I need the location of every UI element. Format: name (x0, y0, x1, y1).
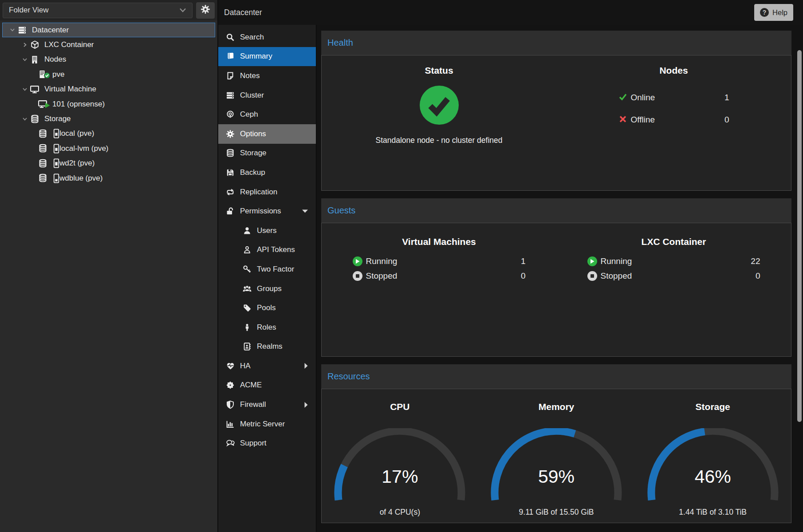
memory-heading: Memory (478, 402, 635, 412)
page-title: Datacenter (224, 8, 262, 17)
resource-tree: Datacenter LXC Container (0, 20, 217, 185)
nodes-offline-row: Offline 0 (618, 114, 729, 126)
menu-item-notes[interactable]: Notes (218, 66, 316, 86)
monitor-play-icon (37, 99, 48, 109)
status-message: Standalone node - no cluster defined (322, 136, 556, 145)
status-online-badge (44, 72, 50, 81)
tree-item-label: Datacenter (32, 26, 69, 35)
tree-settings-button[interactable] (196, 2, 215, 19)
menu-item-ha[interactable]: HA (218, 356, 316, 376)
tree-item-vm-101[interactable]: 101 (opnsense) (2, 97, 215, 111)
tree-item-storage[interactable]: Storage (2, 111, 215, 126)
menu-item-two-factor[interactable]: Two Factor (218, 260, 316, 279)
menu-item-ceph[interactable]: Ceph (218, 105, 316, 124)
menu-item-metric-server[interactable]: Metric Server (218, 414, 316, 434)
tree-item-label: LXC Container (44, 40, 94, 49)
chevron-down-icon[interactable] (20, 57, 29, 62)
help-button[interactable]: ? Help (754, 4, 793, 21)
menu-item-roles[interactable]: Roles (218, 318, 316, 337)
running-icon (587, 256, 597, 266)
menu-item-firewall[interactable]: Firewall (218, 395, 316, 414)
view-mode-select[interactable]: Folder View (3, 3, 193, 18)
menu-item-groups[interactable]: Groups (218, 279, 316, 299)
usage-bar-icon (53, 144, 59, 154)
sync-arrows-icon (225, 188, 235, 197)
guests-panel-title: Guests (321, 198, 791, 223)
summary-content: Health Status Standalone node - no clust… (316, 25, 803, 532)
note-icon (225, 71, 235, 80)
resources-panel-title: Resources (321, 364, 791, 389)
memory-gauge-column: Memory 59% 9.11 GiB of 15.50 GiB (478, 389, 635, 523)
floppy-icon (225, 168, 235, 177)
menu-item-support[interactable]: Support (218, 433, 316, 453)
tree-item-label: pve (52, 70, 64, 79)
tree-item-datacenter[interactable]: Datacenter (2, 23, 215, 37)
health-panel-title: Health (321, 31, 791, 55)
shield-icon (225, 400, 235, 409)
tree-item-storage-wd2t[interactable]: wd2t (pve) (2, 156, 215, 171)
menu-item-backup[interactable]: Backup (218, 163, 316, 182)
vm-heading: Virtual Machines (322, 236, 556, 247)
book-icon (225, 52, 235, 61)
menu-item-api-tokens[interactable]: API Tokens (218, 240, 316, 260)
gear-icon (201, 4, 210, 16)
storage-gauge: 46% (646, 428, 779, 504)
datacenter-config-menu: Search Summary Notes Cluster (218, 25, 316, 532)
proxmox-app: Folder View (0, 0, 803, 532)
sidebar-header: Folder View (0, 0, 217, 20)
main-area: Datacenter ? Help Search Summary (217, 0, 803, 532)
memory-caption: 9.11 GiB of 15.50 GiB (478, 508, 635, 517)
cube-icon (29, 40, 40, 50)
tree-item-label: 101 (opnsense) (52, 100, 105, 109)
menu-item-pools[interactable]: Pools (218, 298, 316, 318)
menu-item-storage[interactable]: Storage (218, 144, 316, 163)
lxc-stopped-row: Stopped 0 (587, 271, 760, 281)
tree-item-nodes[interactable]: Nodes (2, 52, 215, 67)
status-heading: Status (322, 65, 556, 76)
heartbeat-icon (225, 362, 235, 370)
chevron-right-icon[interactable] (20, 42, 29, 47)
tree-item-label: Nodes (44, 55, 66, 64)
usage-bar-icon (53, 158, 59, 168)
menu-item-search[interactable]: Search (218, 28, 316, 47)
tree-item-storage-local[interactable]: local (pve) (2, 126, 215, 141)
database-icon (225, 149, 235, 158)
check-icon (618, 92, 627, 103)
menu-item-summary[interactable]: Summary (218, 47, 316, 67)
tree-item-virtual-machine[interactable]: Virtual Machine (2, 82, 215, 97)
tree-item-lxc-container[interactable]: LXC Container (2, 37, 215, 52)
menu-item-options[interactable]: Options (218, 124, 316, 144)
vertical-scrollbar[interactable] (797, 50, 802, 532)
vm-running-count: 1 (521, 256, 526, 266)
monitor-icon (29, 85, 40, 94)
menu-item-replication[interactable]: Replication (218, 182, 316, 202)
gear-icon (225, 130, 235, 138)
health-status-column: Status Standalone node - no cluster defi… (322, 55, 556, 190)
storage-heading: Storage (634, 402, 791, 412)
lxc-running-row: Running 22 (587, 256, 760, 267)
tree-item-pve[interactable]: pve (2, 67, 215, 82)
menu-item-users[interactable]: Users (218, 221, 316, 240)
running-play-badge (45, 102, 50, 110)
guests-panel: Guests Virtual Machines Running 1 (321, 198, 791, 357)
chevron-down-icon[interactable] (20, 117, 29, 122)
database-icon (37, 144, 48, 153)
question-icon: ? (760, 8, 769, 17)
building-icon (29, 55, 40, 64)
storage-caption: 1.44 TiB of 3.10 TiB (634, 508, 791, 517)
menu-item-permissions[interactable]: Permissions (218, 201, 316, 221)
scrollbar-thumb[interactable] (797, 50, 802, 422)
bar-chart-icon (225, 420, 235, 429)
database-icon (37, 129, 48, 138)
cpu-heading: CPU (322, 402, 478, 412)
menu-item-acme[interactable]: ACME (218, 376, 316, 395)
tree-item-storage-local-lvm[interactable]: local-lvm (pve) (2, 141, 215, 156)
cpu-gauge: 17% (333, 428, 466, 504)
tree-item-storage-wdblue[interactable]: wdblue (pve) (2, 171, 215, 185)
usage-bar-icon (53, 173, 59, 183)
chevron-down-icon[interactable] (20, 87, 29, 92)
menu-item-realms[interactable]: Realms (218, 337, 316, 357)
server-stack-icon (225, 91, 235, 100)
menu-item-cluster[interactable]: Cluster (218, 86, 316, 105)
chevron-down-icon[interactable] (8, 28, 17, 32)
